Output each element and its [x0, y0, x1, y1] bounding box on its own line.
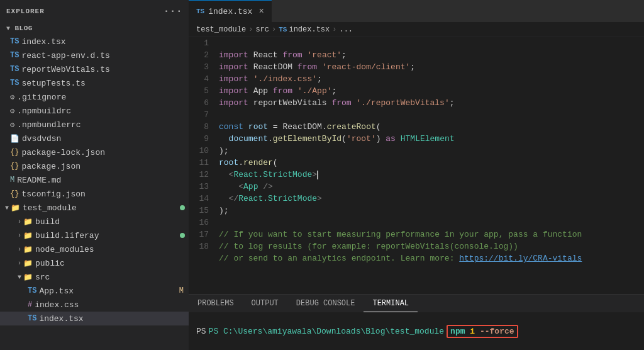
- sidebar-item-node-modules[interactable]: › 📁 node_modules: [0, 242, 189, 256]
- sidebar-item-src[interactable]: ▼ 📁 src: [0, 270, 189, 284]
- git-icon: ⚙: [10, 93, 14, 102]
- ts-icon: TS: [10, 37, 19, 46]
- test-module-chevron: ▼: [5, 205, 9, 212]
- sidebar-item-dvsdvdsn[interactable]: 📄 dvsdvdsn: [0, 132, 189, 145]
- npm-i: i: [470, 327, 475, 336]
- folder-src-icon: 📁: [23, 273, 33, 282]
- sidebar-item-test-module[interactable]: ▼ 📁 test_module: [0, 201, 189, 215]
- ts-index-icon: TS: [28, 314, 36, 323]
- folder-node-icon: 📁: [23, 245, 33, 254]
- breadcrumb-ts: TS: [279, 26, 287, 33]
- terminal-content: PS PS C:\Users\amiyawala\Downloads\Blog\…: [189, 312, 644, 350]
- sidebar-item-index-tsx-src[interactable]: TS index.tsx: [0, 312, 189, 325]
- sidebar-item-gitignore[interactable]: ⚙ .gitignore: [0, 90, 189, 104]
- code-content: import React from 'react'; import ReactD…: [214, 37, 644, 294]
- folder-liferay-icon: 📁: [23, 231, 33, 240]
- terminal-ps-label: PS: [196, 327, 206, 336]
- sidebar: ▼ BLOG TS index.tsx TS react-app-env.d.t…: [0, 22, 189, 350]
- folder-build-icon: 📁: [23, 217, 33, 227]
- build-liferay-chevron: ›: [18, 232, 21, 239]
- npm-flag: --force: [480, 327, 514, 336]
- npm-keyword: npm: [450, 327, 465, 336]
- npm-command-highlight: npm i --force: [447, 325, 518, 338]
- code-editor[interactable]: 12345 678910 1112131415 161718 import Re…: [189, 37, 644, 294]
- sidebar-item-package-json[interactable]: {} package.json: [0, 159, 189, 173]
- breadcrumb-src: src: [255, 25, 269, 34]
- sidebar-item-readme[interactable]: M README.md: [0, 173, 189, 187]
- sidebar-item-build-liferay[interactable]: › 📁 build.liferay: [0, 229, 189, 242]
- explorer-menu[interactable]: ···: [164, 6, 182, 17]
- blog-section-header: ▼ BLOG: [0, 22, 189, 35]
- sidebar-item-setuptests[interactable]: TS setupTests.ts: [0, 76, 189, 90]
- tabs-area: TS index.tsx ×: [189, 0, 644, 22]
- panel-tabs: PROBLEMS OUTPUT DEBUG CONSOLE TERMINAL: [189, 295, 644, 312]
- sidebar-item-npmbuildrc[interactable]: ⚙ .npmbuildrc: [0, 104, 189, 118]
- build-chevron: ›: [18, 218, 21, 225]
- build-liferay-dot: [180, 233, 185, 238]
- sidebar-item-react-app-env[interactable]: TS react-app-env.d.ts: [0, 48, 189, 62]
- npm-icon: ⚙: [10, 106, 14, 116]
- css-icon: #: [28, 300, 32, 309]
- sidebar-item-tsconfig[interactable]: {} tsconfig.json: [0, 187, 189, 201]
- ts-badge: TS: [196, 8, 204, 15]
- editor-area: test_module › src › TS index.tsx › ... 1…: [189, 22, 644, 350]
- breadcrumb-test-module: test_module: [196, 25, 246, 34]
- json-icon: {}: [10, 148, 19, 157]
- breadcrumb-dots: ...: [339, 25, 353, 34]
- breadcrumb-filename: index.tsx: [289, 25, 330, 34]
- tab-close-button[interactable]: ×: [258, 6, 264, 16]
- folder-public-icon: 📁: [23, 259, 33, 268]
- sidebar-item-npmbundlerrc[interactable]: ⚙ .npmbundlerrc: [0, 118, 189, 132]
- tab-debug-console[interactable]: DEBUG CONSOLE: [287, 295, 364, 312]
- tab-problems[interactable]: PROBLEMS: [189, 295, 243, 312]
- breadcrumb: test_module › src › TS index.tsx › ...: [189, 22, 644, 37]
- terminal-path: PS C:\Users\amiyawala\Downloads\Blog\tes…: [209, 327, 444, 336]
- folder-icon: 📁: [11, 203, 20, 213]
- tab-output[interactable]: OUTPUT: [243, 295, 287, 312]
- ts-icon: TS: [10, 51, 19, 60]
- tab-index-tsx[interactable]: TS index.tsx ×: [189, 0, 272, 22]
- sidebar-item-build[interactable]: › 📁 build: [0, 215, 189, 229]
- node-modules-chevron: ›: [18, 246, 21, 253]
- sidebar-item-index-css[interactable]: # index.css: [0, 298, 189, 312]
- explorer-label: EXPLORER: [6, 8, 45, 15]
- tab-terminal[interactable]: TERMINAL: [364, 295, 418, 312]
- blog-chevron: ▼: [6, 25, 11, 32]
- plain-icon: 📄: [10, 134, 19, 144]
- sidebar-item-app-tsx[interactable]: TS App.tsx M: [0, 284, 189, 298]
- explorer-header: EXPLORER ···: [0, 6, 189, 17]
- src-chevron: ▼: [18, 274, 21, 281]
- test-module-dot: [180, 205, 185, 210]
- public-chevron: ›: [18, 260, 21, 267]
- tab-filename: index.tsx: [208, 7, 252, 16]
- sidebar-item-reportwebvitals[interactable]: TS reportWebVitals.ts: [0, 62, 189, 76]
- main-area: ▼ BLOG TS index.tsx TS react-app-env.d.t…: [0, 22, 644, 350]
- npm2-icon: ⚙: [10, 120, 14, 130]
- tsconfig-icon: {}: [10, 189, 19, 198]
- app-tsx-modified-badge: M: [179, 286, 184, 295]
- ts-app-icon: TS: [28, 286, 36, 295]
- ts-icon: TS: [10, 79, 19, 88]
- json-icon2: {}: [10, 162, 19, 171]
- md-icon: M: [10, 176, 14, 184]
- line-numbers: 12345 678910 1112131415 161718: [189, 37, 214, 294]
- sidebar-item-package-lock[interactable]: {} package-lock.json: [0, 145, 189, 159]
- ts-icon: TS: [10, 65, 19, 74]
- bottom-panel: PROBLEMS OUTPUT DEBUG CONSOLE TERMINAL P…: [189, 294, 644, 350]
- top-bar: EXPLORER ··· TS index.tsx ×: [0, 0, 644, 22]
- sidebar-item-public[interactable]: › 📁 public: [0, 256, 189, 270]
- sidebar-item-index-tsx-blog[interactable]: TS index.tsx: [0, 35, 189, 48]
